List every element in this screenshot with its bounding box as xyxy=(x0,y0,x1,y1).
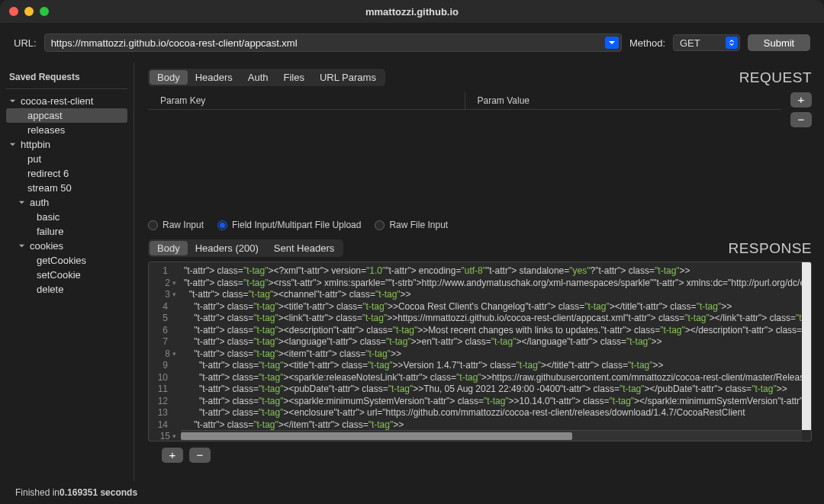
tab-files[interactable]: Files xyxy=(276,70,312,85)
tree-item[interactable]: delete xyxy=(6,282,127,297)
window-title: mmattozzi.github.io xyxy=(0,6,824,18)
radio-raw-input[interactable]: Raw Input xyxy=(148,220,204,230)
tree-item[interactable]: getCookies xyxy=(6,253,127,268)
tab-body[interactable]: Body xyxy=(150,70,188,85)
request-tree[interactable]: cocoa-rest-clientappcastreleaseshttpbinp… xyxy=(6,94,127,481)
col-param-key: Param Key xyxy=(148,92,465,109)
remove-request-button[interactable]: − xyxy=(189,448,211,463)
tab-body[interactable]: Body xyxy=(150,241,188,255)
col-param-value: Param Value xyxy=(465,92,782,109)
remove-param-button[interactable]: − xyxy=(790,112,812,127)
url-history-dropdown[interactable] xyxy=(605,37,619,49)
tab-sent-headers[interactable]: Sent Headers xyxy=(266,241,343,255)
radio-raw-file-input[interactable]: Raw File Input xyxy=(375,220,448,230)
chevron-down-icon xyxy=(18,242,27,249)
submit-button[interactable]: Submit xyxy=(748,34,810,51)
tab-url-params[interactable]: URL Params xyxy=(312,70,384,85)
response-body-viewer[interactable]: 12▾3▾45678▾9101112131415▾ "t-attr"> clas… xyxy=(148,262,812,441)
tree-item[interactable]: appcast xyxy=(6,108,127,123)
response-tabs: BodyHeaders (200)Sent Headers xyxy=(148,239,343,257)
radio-icon xyxy=(375,220,385,230)
method-value: GET xyxy=(680,37,700,49)
tree-group[interactable]: cocoa-rest-client xyxy=(6,94,127,108)
chevron-down-icon xyxy=(9,141,18,148)
tree-item[interactable]: releases xyxy=(6,123,127,137)
tree-item[interactable]: basic xyxy=(6,210,127,224)
param-table-body[interactable] xyxy=(148,110,781,217)
method-label: Method: xyxy=(629,37,665,49)
chevron-updown-icon xyxy=(726,37,738,49)
tree-item[interactable]: redirect 6 xyxy=(6,166,127,181)
tree-item[interactable]: setCookie xyxy=(6,268,127,282)
add-request-button[interactable]: + xyxy=(162,448,183,463)
url-input[interactable] xyxy=(44,34,622,52)
tree-item[interactable]: failure xyxy=(6,224,127,239)
request-section-label: REQUEST xyxy=(739,69,812,86)
tab-headers-200-[interactable]: Headers (200) xyxy=(188,241,266,255)
status-bar: Finished in 0.169351 seconds xyxy=(0,481,824,504)
radio-icon xyxy=(148,220,158,230)
radio-field-input-multipart-file-upload[interactable]: Field Input/Multipart File Upload xyxy=(217,220,361,230)
tree-group[interactable]: httpbin xyxy=(6,137,127,152)
tab-headers[interactable]: Headers xyxy=(188,70,240,85)
saved-requests-title: Saved Requests xyxy=(6,69,127,89)
tab-auth[interactable]: Auth xyxy=(240,70,276,85)
vertical-scrollbar[interactable] xyxy=(802,262,811,430)
horizontal-scrollbar[interactable] xyxy=(181,430,802,441)
method-select[interactable]: GET xyxy=(673,34,740,51)
url-label: URL: xyxy=(14,37,37,49)
chevron-down-icon xyxy=(9,98,18,104)
request-tabs: BodyHeadersAuthFilesURL Params xyxy=(148,69,385,86)
tree-group[interactable]: cookies xyxy=(6,239,127,253)
chevron-down-icon xyxy=(18,199,27,206)
tree-item[interactable]: put xyxy=(6,152,127,166)
add-param-button[interactable]: + xyxy=(790,92,812,108)
radio-icon xyxy=(217,220,227,230)
tree-item[interactable]: stream 50 xyxy=(6,181,127,195)
tree-group[interactable]: auth xyxy=(6,195,127,210)
response-section-label: RESPONSE xyxy=(728,240,812,257)
